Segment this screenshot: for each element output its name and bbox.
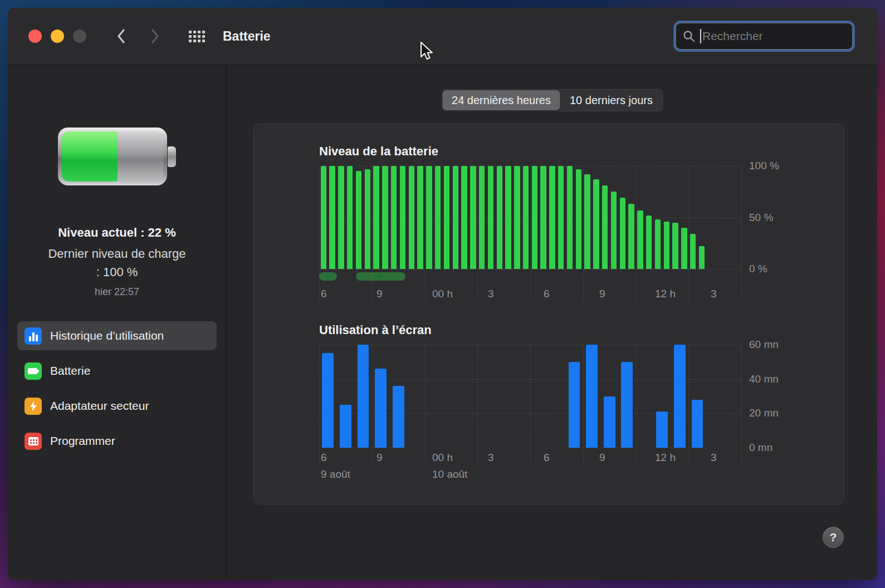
sidebar-item-schedule[interactable]: Programmer <box>17 427 217 455</box>
gridline-vertical <box>583 345 584 464</box>
chart-bar <box>681 228 687 269</box>
gridline-vertical <box>688 345 689 464</box>
y-axis-tick-label: 60 mn <box>749 339 779 351</box>
chart-bar <box>393 386 404 448</box>
x-axis-tick-label: 12 h <box>655 288 676 300</box>
back-button[interactable] <box>116 28 126 44</box>
chart-bar <box>321 166 326 269</box>
sidebar-list: Historique d’utilisation Batterie Adapta… <box>8 321 226 455</box>
chart-bar <box>569 362 580 448</box>
chart-bar <box>672 223 678 269</box>
chart-bar <box>690 234 696 269</box>
charging-segment <box>319 272 337 281</box>
chart-bar <box>426 166 432 269</box>
chart-bar <box>514 166 520 269</box>
power-adapter-icon <box>25 398 42 415</box>
x-axis-tick-label: 9 <box>599 288 605 300</box>
x-axis-tick-label: 6 <box>544 452 550 464</box>
battery-image-body <box>58 128 167 185</box>
help-button[interactable]: ? <box>823 527 844 548</box>
sidebar-item-label: Adaptateur secteur <box>50 399 149 413</box>
chart-bar <box>664 222 669 269</box>
chart-bar <box>417 166 423 269</box>
x-axis-tick-label: 9 <box>377 288 383 300</box>
gridline-vertical <box>741 345 742 464</box>
zoom-button[interactable] <box>73 30 86 43</box>
charging-bolt-icon <box>325 273 331 280</box>
chart-bar <box>532 166 537 269</box>
minimize-button[interactable] <box>51 30 64 43</box>
chart-bar <box>375 369 387 448</box>
plot-area <box>319 166 741 269</box>
chart-bar <box>523 166 529 269</box>
usage-history-icon <box>25 327 42 345</box>
chart-bar <box>567 166 573 269</box>
battery-image-cap <box>168 146 176 167</box>
chart-bar <box>365 169 370 269</box>
chart-title: Niveau de la batterie <box>319 144 438 159</box>
x-axis-tick-label: 00 h <box>432 452 453 464</box>
chart-bar <box>576 169 581 269</box>
chart-bar <box>373 166 379 269</box>
close-button[interactable] <box>28 30 42 43</box>
search-field[interactable]: Rechercher <box>676 23 853 50</box>
gridline-vertical <box>477 345 478 464</box>
sidebar-item-label: Historique d’utilisation <box>50 329 164 342</box>
chart-bar <box>338 166 344 269</box>
x-axis-tick-label: 3 <box>711 288 717 300</box>
chart-bar <box>611 192 617 269</box>
sidebar-item-label: Programmer <box>50 434 115 448</box>
titlebar: Batterie Rechercher <box>8 8 877 65</box>
main-content: 24 dernières heures 10 derniers jours Ni… <box>227 66 877 580</box>
battery-image-fill <box>62 131 118 182</box>
chart-bar <box>604 396 615 448</box>
chart-bar <box>470 166 476 269</box>
forward-button[interactable] <box>150 28 160 44</box>
y-axis-labels: 100 %50 %0 % <box>749 166 810 269</box>
gridline-vertical <box>319 345 320 464</box>
schedule-icon <box>25 433 42 450</box>
x-axis-tick-label: 3 <box>711 452 717 464</box>
gridline-vertical <box>425 345 426 464</box>
show-all-grid-icon[interactable] <box>189 31 205 42</box>
sidebar-item-usage-history[interactable]: Historique d’utilisation <box>17 321 217 350</box>
charts-panel: Niveau de la batterie 100 %50 %0 % 6900 … <box>253 124 844 504</box>
chart-bar <box>620 198 625 269</box>
x-axis-tick-label: 00 h <box>432 288 453 300</box>
last-charge-time: hier 22:57 <box>8 286 226 298</box>
x-axis-tick-label: 9 <box>599 452 605 464</box>
chart-bar <box>391 166 397 269</box>
x-axis-tick-label: 9 <box>377 452 383 464</box>
x-axis-tick-label: 6 <box>544 288 550 300</box>
mouse-cursor <box>419 41 435 61</box>
chart-bar <box>356 171 361 269</box>
chart-bar <box>692 400 703 448</box>
x-axis-tick-label: 6 <box>321 288 327 300</box>
sidebar-item-power-adapter[interactable]: Adaptateur secteur <box>17 391 217 420</box>
traffic-lights <box>28 30 86 43</box>
current-level-label: Niveau actuel : 22 % <box>8 226 226 240</box>
chart-bar <box>586 345 598 448</box>
tab-last-24-hours[interactable]: 24 dernières heures <box>442 90 560 110</box>
chart-bar <box>505 166 511 269</box>
last-charge-label: Dernier niveau de charge : 100 % <box>47 244 187 281</box>
battery-level-image <box>58 128 176 185</box>
chart-bar <box>646 215 652 269</box>
chart-bar <box>329 166 335 269</box>
search-icon <box>682 30 696 43</box>
sidebar-item-battery[interactable]: Batterie <box>17 356 217 385</box>
chart-bar <box>584 174 590 269</box>
y-axis-tick-label: 20 mn <box>749 407 779 419</box>
chart-bar <box>435 166 441 269</box>
y-axis-labels: 60 mn40 mn20 mn0 mn <box>749 345 810 448</box>
chart-bar <box>409 166 414 269</box>
y-axis-tick-label: 100 % <box>749 160 779 172</box>
chart-bar <box>540 166 546 269</box>
chart-title: Utilisation à l’écran <box>319 323 432 337</box>
gridline-vertical <box>636 345 637 464</box>
date-label: 9 août <box>321 468 350 481</box>
x-axis-tick-label: 3 <box>488 288 494 300</box>
tab-last-10-days[interactable]: 10 derniers jours <box>560 90 662 110</box>
charging-indicator-row <box>319 272 741 281</box>
x-axis-tick-label: 6 <box>321 452 327 464</box>
